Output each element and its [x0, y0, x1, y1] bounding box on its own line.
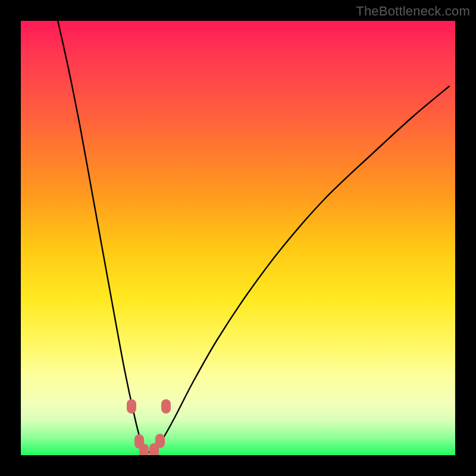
marker-dot [155, 434, 165, 448]
marker-dot [161, 399, 171, 414]
watermark-text: TheBottleneck.com [356, 4, 470, 19]
plot-area [21, 21, 455, 455]
marker-dot [139, 444, 149, 455]
curve-markers [21, 21, 455, 455]
chart-stage: TheBottleneck.com [0, 0, 476, 476]
marker-dot [127, 399, 136, 414]
